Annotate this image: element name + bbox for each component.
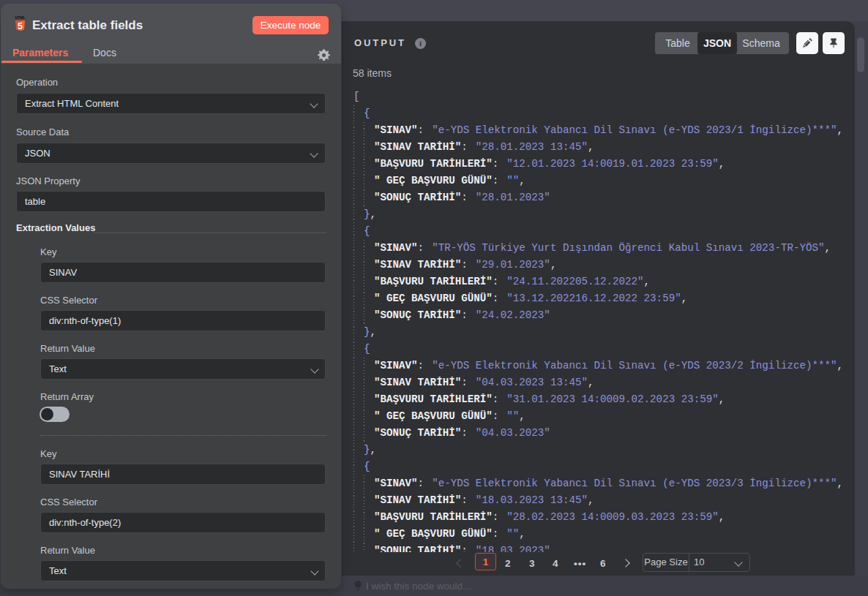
svg-text:HTML: HTML: [15, 16, 26, 20]
svg-text:5: 5: [18, 21, 23, 31]
